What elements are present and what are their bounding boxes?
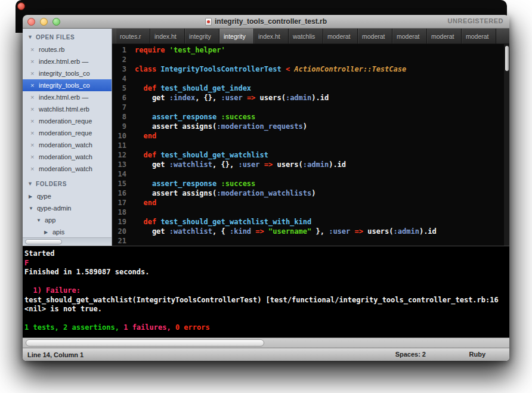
background-window-close-button[interactable]: [17, 2, 25, 10]
file-name: moderation_reque: [39, 117, 92, 125]
open-file-item[interactable]: ×routes.rb: [23, 44, 112, 55]
code-line: 16 assert assigns(:moderation_watchlists…: [112, 188, 509, 198]
tab-integrity[interactable]: integrity: [185, 29, 219, 44]
disclosure-triangle-icon[interactable]: ▶: [44, 230, 50, 235]
code-text: assert_response :success: [130, 179, 255, 188]
code-token: =>: [264, 160, 273, 169]
sidebar-hscrollbar[interactable]: [23, 237, 112, 246]
code-line: 21: [112, 236, 509, 246]
code-text: get :watchlist, {}, :user => users(:admi…: [130, 160, 346, 169]
language-mode[interactable]: Ruby: [469, 351, 486, 358]
tab-moderat[interactable]: moderat: [427, 29, 462, 44]
folder-item[interactable]: ▶apis: [23, 226, 112, 238]
code-token: [216, 113, 221, 121]
line-number: 2: [112, 55, 130, 64]
line-number: 3: [112, 64, 130, 74]
editor-vscrollbar[interactable]: [504, 44, 509, 246]
disclosure-triangle-icon[interactable]: ▼: [36, 218, 42, 223]
tab-index.ht[interactable]: index.ht: [254, 29, 289, 44]
close-icon[interactable]: ×: [30, 165, 36, 172]
open-files-header[interactable]: ▼ OPEN FILES: [23, 30, 112, 44]
minimize-button[interactable]: [40, 18, 48, 26]
file-name: moderation_watch: [39, 141, 92, 148]
code-text: end: [130, 131, 156, 141]
tab-label: moderat: [466, 33, 489, 40]
open-file-item[interactable]: ×moderation_watch: [23, 139, 112, 151]
sidebar-hscrollbar-thumb[interactable]: [25, 239, 62, 245]
code-editor[interactable]: 1require 'test_helper'23class IntegrityT…: [112, 44, 509, 246]
open-file-item[interactable]: ×integrity_tools_co: [23, 67, 112, 79]
open-file-item[interactable]: ×moderation_watch: [23, 151, 112, 163]
tab-label: index.ht: [154, 33, 177, 40]
close-icon[interactable]: ×: [30, 82, 36, 89]
code-token: assert assigns(: [135, 122, 216, 131]
open-file-item[interactable]: ×moderation_watch: [23, 163, 112, 175]
open-file-item[interactable]: ×index.html.erb —: [23, 55, 112, 67]
close-icon[interactable]: ×: [30, 58, 36, 65]
disclosure-triangle-icon[interactable]: ▼: [27, 181, 33, 187]
tab-index.ht[interactable]: index.ht: [150, 29, 185, 44]
line-number: 16: [112, 188, 130, 198]
tab-label: integrity: [224, 33, 246, 40]
disclosure-triangle-icon[interactable]: ▼: [27, 34, 33, 40]
tab-label: moderat: [327, 33, 351, 40]
open-file-item[interactable]: ×moderation_reque: [23, 115, 112, 127]
console-text: 0 errors: [171, 323, 210, 332]
code-text: def test_should_get_index: [130, 83, 251, 93]
code-text: [130, 236, 135, 246]
open-file-item[interactable]: ×moderation_reque: [23, 127, 112, 139]
editor-vscrollbar-thumb[interactable]: [505, 46, 509, 71]
line-number: 5: [112, 83, 130, 93]
file-name: moderation_watch: [39, 165, 92, 172]
tab-watchlis[interactable]: watchlis: [289, 29, 323, 44]
close-icon[interactable]: ×: [30, 70, 36, 77]
console-output[interactable]: StartedFFinished in 1.589087 seconds. 1)…: [23, 246, 509, 338]
close-icon[interactable]: ×: [30, 117, 36, 125]
file-name: moderation_reque: [39, 129, 92, 137]
code-line: 7: [112, 103, 509, 112]
code-token: },: [311, 227, 329, 236]
code-token: :user: [238, 160, 259, 169]
code-line: 9 assert assigns(:moderation_requests): [112, 122, 509, 131]
open-file-item[interactable]: ×index.html.erb —: [23, 91, 112, 103]
close-icon[interactable]: ×: [30, 153, 36, 160]
indentation-setting[interactable]: Spaces: 2: [395, 351, 426, 358]
code-token: :success: [221, 180, 256, 188]
folders-header[interactable]: ▼ FOLDERS: [23, 177, 112, 190]
tab-moderat[interactable]: moderat: [358, 29, 392, 44]
zoom-button[interactable]: [52, 18, 60, 26]
open-file-item[interactable]: ×watchlist.html.erb: [23, 103, 112, 115]
code-token: end: [143, 132, 156, 140]
close-button[interactable]: [27, 18, 35, 26]
close-icon[interactable]: ×: [30, 129, 36, 137]
tab-integrity[interactable]: integrity: [219, 29, 254, 44]
code-token: users(: [363, 227, 394, 236]
close-icon[interactable]: ×: [30, 94, 36, 101]
folder-item[interactable]: ▼app: [23, 214, 112, 226]
tab-moderat[interactable]: moderat: [323, 29, 358, 44]
disclosure-triangle-icon[interactable]: ▼: [29, 206, 34, 211]
code-area[interactable]: 1require 'test_helper'23class IntegrityT…: [112, 45, 509, 246]
line-number: 17: [112, 198, 130, 208]
line-number: 21: [112, 236, 130, 246]
disclosure-triangle-icon[interactable]: ▶: [29, 194, 34, 199]
code-text: def test_should_get_watchlist: [130, 150, 268, 160]
code-token: =>: [255, 227, 264, 236]
folder-item[interactable]: ▼qype-admin: [23, 202, 112, 214]
close-icon[interactable]: ×: [30, 141, 36, 148]
open-file-item[interactable]: ×integrity_tools_co: [23, 79, 112, 91]
title-bar[interactable]: integrity_tools_controller_test.rb UNREG…: [23, 15, 509, 29]
editor-hscrollbar[interactable]: [23, 338, 509, 348]
code-token: ).id: [311, 94, 329, 102]
editor-hscrollbar-thumb[interactable]: [26, 339, 264, 346]
console-line: Finished in 1.589087 seconds.: [24, 268, 508, 277]
tab-moderat[interactable]: moderat: [392, 29, 427, 44]
code-token: assert assigns(: [135, 189, 216, 197]
close-icon[interactable]: ×: [30, 106, 36, 113]
folder-item[interactable]: ▶qype: [23, 190, 112, 202]
tab-routes.r[interactable]: routes.r: [116, 29, 150, 44]
code-token: :kind: [230, 227, 251, 236]
tab-moderat[interactable]: moderat: [462, 29, 496, 44]
close-icon[interactable]: ×: [30, 46, 36, 53]
code-token: ).id: [419, 227, 437, 236]
